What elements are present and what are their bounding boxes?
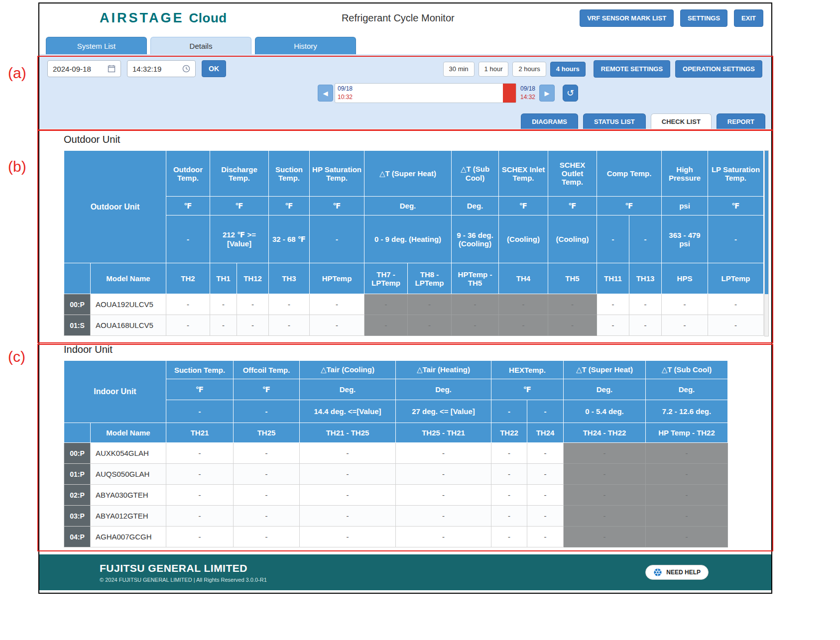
outdoor-value-cell: -: [629, 315, 662, 336]
timeline-back-button[interactable]: ◀: [318, 85, 333, 102]
outdoor-section-title: Outdoor Unit: [64, 134, 771, 145]
outdoor-group-suction-temp: Suction Temp.: [269, 151, 310, 197]
right-arrow-icon: ▶: [545, 90, 550, 97]
view-tab-status-list[interactable]: STATUS LIST: [583, 113, 646, 129]
indoor-value-cell: -: [491, 527, 527, 547]
view-tab-check-list[interactable]: CHECK LIST: [651, 113, 712, 129]
outdoor-table-scrollbar[interactable]: [764, 150, 769, 336]
exit-button[interactable]: EXIT: [734, 9, 763, 27]
view-tab-report[interactable]: REPORT: [717, 113, 765, 129]
indoor-value-cell: -: [491, 464, 527, 485]
outdoor-value-cell: -: [364, 294, 408, 315]
outdoor-group-hp-saturation-temp: HP Saturation Temp.: [310, 151, 364, 197]
indoor-value-cell: -: [527, 443, 564, 464]
indoor-group-t-sub-cool: △T (Sub Cool): [646, 361, 728, 379]
outdoor-value-cell: -: [310, 294, 364, 315]
outdoor-sensor-header-hptemp-th5: HPTemp - TH5: [452, 263, 499, 294]
indoor-value-cell: -: [234, 464, 300, 485]
date-value: 2024-09-18: [53, 65, 91, 73]
outdoor-range-cell: 32 - 68 ℉: [269, 215, 310, 263]
indoor-value-cell: -: [396, 485, 491, 506]
indoor-model-name: AUQS050GLAH: [91, 464, 166, 485]
indoor-unit-cell: Deg.: [300, 379, 396, 400]
timeline-start-date: 09/18: [338, 85, 353, 93]
range-buttons: 30 min1 hour2 hours4 hours: [443, 62, 586, 77]
outdoor-range-cell: 363 - 479 psi: [662, 215, 708, 263]
timeline-forward-button[interactable]: ▶: [539, 85, 555, 102]
indoor-unit-cell: Deg.: [646, 379, 728, 400]
indoor-sensor-header-th21: TH21: [166, 423, 234, 443]
tab-details[interactable]: Details: [150, 37, 251, 54]
indoor-value-cell: -: [234, 485, 300, 506]
calendar-icon: [108, 65, 116, 73]
indoor-value-cell: -: [166, 506, 234, 527]
outdoor-range-cell: 212 ℉ >= [Value]: [210, 215, 269, 263]
timeline-handle[interactable]: [503, 84, 516, 103]
indoor-unit-table: Indoor UnitSuction Temp.Offcoil Temp.△Ta…: [64, 360, 728, 547]
indoor-value-cell: -: [491, 485, 527, 506]
outdoor-unit-cell: ℉: [210, 197, 269, 215]
range-button-4-hours[interactable]: 4 hours: [550, 62, 586, 77]
operation-settings-button[interactable]: OPERATION SETTINGS: [675, 60, 762, 78]
range-button-30-min[interactable]: 30 min: [443, 62, 475, 77]
indoor-section-title: Indoor Unit: [64, 344, 771, 355]
indoor-value-cell: -: [564, 443, 646, 464]
indoor-value-cell: -: [491, 506, 527, 527]
range-button-2-hours[interactable]: 2 hours: [512, 62, 546, 77]
outdoor-corner-cell: Outdoor Unit: [64, 151, 166, 263]
outdoor-unit-cell: ℉: [708, 197, 764, 215]
range-button-1-hour[interactable]: 1 hour: [479, 62, 509, 77]
indoor-value-cell: -: [396, 443, 491, 464]
outdoor-value-cell: -: [548, 315, 597, 336]
tab-history[interactable]: History: [255, 37, 356, 54]
indoor-group-suction-temp: Suction Temp.: [166, 361, 234, 379]
indoor-value-cell: -: [564, 527, 646, 547]
remote-settings-button[interactable]: REMOTE SETTINGS: [594, 60, 670, 78]
timeline-end-time: 14:32: [520, 93, 535, 102]
outdoor-unit-cell: ℉: [499, 197, 548, 215]
outdoor-sensor-header-th5: TH5: [548, 263, 597, 294]
date-input[interactable]: 2024-09-18: [47, 60, 121, 77]
indoor-value-cell: -: [166, 464, 234, 485]
outdoor-table-row: 01:SAOUA168ULCV5--------------: [64, 315, 764, 336]
indoor-model-name: ABYA012GTEH: [91, 506, 166, 527]
view-tab-diagrams[interactable]: DIAGRAMS: [521, 113, 578, 129]
indoor-value-cell: -: [564, 464, 646, 485]
footer-company-logo: FUJITSU GENERAL LIMITED: [100, 562, 267, 574]
outdoor-sensor-header-th13: TH13: [629, 263, 662, 294]
indoor-group-hextemp: HEXTemp.: [491, 361, 564, 379]
ok-button[interactable]: OK: [202, 60, 226, 77]
indoor-range-cell: 14.4 deg. <=[Value]: [300, 400, 396, 423]
refresh-button[interactable]: ↺: [563, 85, 578, 102]
time-value: 14:32:19: [132, 65, 161, 73]
indoor-group-tair-cooling: △Tair (Cooling): [300, 361, 396, 379]
outdoor-sensor-header-th12: TH12: [237, 263, 269, 294]
outdoor-group-lp-saturation-temp: LP Saturation Temp.: [708, 151, 764, 197]
outdoor-value-cell: -: [597, 294, 629, 315]
outdoor-row-id: 00:P: [64, 294, 91, 315]
indoor-range-cell: -: [166, 400, 234, 423]
indoor-corner-cell: Indoor Unit: [64, 361, 166, 423]
timeline-end-date: 09/18: [520, 85, 535, 93]
outdoor-sensor-header-th4: TH4: [499, 263, 548, 294]
outdoor-value-cell: -: [597, 315, 629, 336]
indoor-blank-header-cell: [64, 423, 91, 443]
outdoor-sensor-header-th7-lptemp: TH7 - LPTemp: [364, 263, 408, 294]
outdoor-value-cell: -: [499, 315, 548, 336]
tab-system-list[interactable]: System List: [46, 37, 147, 54]
outdoor-sensor-header-th1: TH1: [210, 263, 237, 294]
vrf-sensor-mark-list-button[interactable]: VRF SENSOR MARK LIST: [580, 9, 674, 27]
timeline-slider[interactable]: 09/18 10:32: [335, 83, 516, 103]
indoor-value-cell: -: [300, 464, 396, 485]
outdoor-value-cell: -: [662, 315, 708, 336]
time-input[interactable]: 14:32:19: [127, 60, 196, 77]
indoor-value-cell: -: [166, 443, 234, 464]
settings-button[interactable]: SETTINGS: [680, 9, 727, 27]
indoor-group-t-super-heat: △T (Super Heat): [564, 361, 646, 379]
indoor-range-cell: -: [491, 400, 527, 423]
annotation-label-b: (b): [8, 158, 26, 175]
indoor-table-row: 00:PAUXK054GLAH--------: [64, 443, 728, 464]
page-title: Refrigerant Cycle Monitor: [342, 12, 455, 24]
need-help-button[interactable]: NEED HELP: [645, 565, 709, 580]
outdoor-value-cell: -: [237, 315, 269, 336]
